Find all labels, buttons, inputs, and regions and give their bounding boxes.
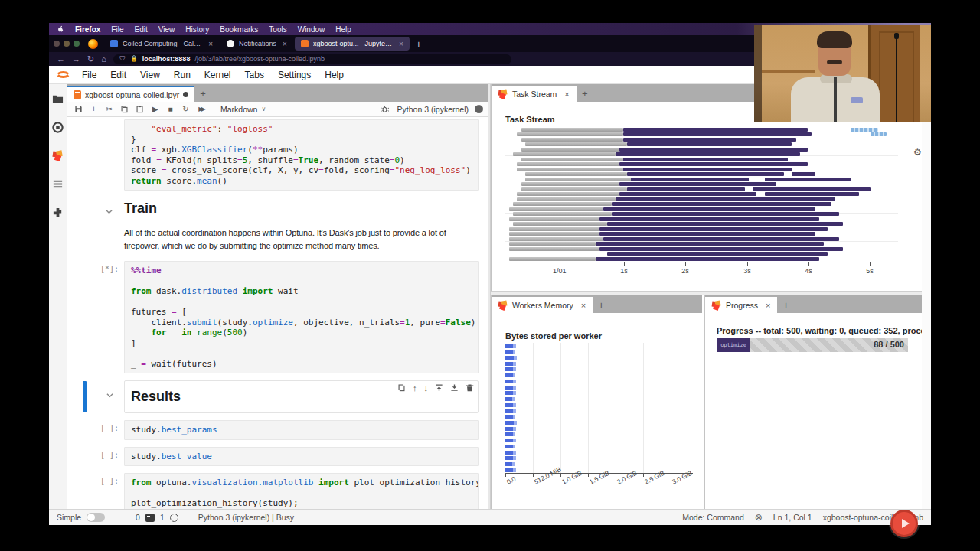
code-input-area[interactable]: study.best_params bbox=[124, 420, 479, 440]
macos-menu-item[interactable]: Firefox bbox=[75, 25, 100, 34]
browser-tab[interactable]: Notifications× bbox=[220, 37, 293, 51]
run-cell-button[interactable]: ▶ bbox=[149, 103, 162, 116]
table-of-contents-icon[interactable] bbox=[52, 178, 64, 190]
menu-kernel[interactable]: Kernel bbox=[198, 70, 238, 80]
debugger-icon[interactable] bbox=[378, 103, 391, 116]
code-input-area[interactable]: from optuna.visualization.matplotlib imp… bbox=[124, 473, 479, 509]
browser-tab[interactable]: xgboost-optu... - JupyterLab× bbox=[295, 37, 410, 51]
firefox-icon[interactable] bbox=[88, 39, 98, 49]
macos-menu-item[interactable]: Bookmarks bbox=[220, 25, 258, 34]
memory-bar bbox=[505, 362, 516, 366]
macos-menu-item[interactable]: Window bbox=[298, 25, 325, 34]
address-input[interactable]: 🛡 🔒 localhost:8888/job/3/lab/tree/xgboos… bbox=[113, 54, 511, 64]
new-launcher-button[interactable]: + bbox=[194, 86, 211, 102]
menu-run[interactable]: Run bbox=[167, 70, 198, 80]
reload-icon[interactable]: ↻ bbox=[87, 55, 94, 64]
copy-cells-button[interactable] bbox=[118, 103, 131, 116]
close-icon[interactable]: × bbox=[399, 40, 403, 48]
progress-tab[interactable]: Progress × bbox=[705, 297, 777, 313]
code-line: "eval_metric": "logloss" bbox=[131, 124, 472, 135]
extension-manager-icon[interactable] bbox=[52, 207, 64, 218]
code-input-area[interactable]: "eval_metric": "logloss"}clf = xgb.XGBCl… bbox=[124, 119, 479, 191]
menu-view[interactable]: View bbox=[133, 70, 167, 80]
macos-menu-item[interactable]: Tools bbox=[269, 25, 286, 34]
markdown-heading[interactable]: Train bbox=[124, 197, 479, 218]
zoom-window-button[interactable] bbox=[74, 41, 80, 47]
workers-memory-tab[interactable]: Workers Memory × bbox=[492, 297, 593, 313]
terminal-icon[interactable] bbox=[145, 514, 155, 522]
macos-menu-item[interactable]: File bbox=[111, 25, 123, 34]
close-icon[interactable]: × bbox=[766, 301, 770, 310]
kernel-name[interactable]: Python 3 (ipykernel) bbox=[397, 105, 469, 114]
gear-icon[interactable]: ⚙ bbox=[913, 147, 922, 158]
scrollbar-strip[interactable] bbox=[922, 84, 931, 509]
macos-menu-item[interactable]: Edit bbox=[134, 25, 147, 34]
menu-help[interactable]: Help bbox=[318, 70, 351, 80]
markdown-paragraph[interactable]: All of the actual coordination happens w… bbox=[124, 225, 479, 254]
minimize-window-button[interactable] bbox=[64, 41, 70, 47]
progress-bar-fill: optimize bbox=[717, 338, 750, 352]
kernel-status[interactable]: Python 3 (ipykernel) | Busy bbox=[198, 513, 294, 522]
cell-prompt: [ ]: bbox=[100, 424, 119, 432]
browser-tab[interactable]: Coiled Computing - Calendar× bbox=[104, 37, 219, 51]
close-icon[interactable]: × bbox=[564, 90, 569, 99]
insert-below-button[interactable] bbox=[450, 383, 459, 393]
selected-markdown-cell[interactable]: Results↑↓ bbox=[124, 380, 479, 413]
menu-file[interactable]: File bbox=[75, 70, 103, 80]
running-kernels-icon[interactable] bbox=[52, 122, 64, 133]
run-all-button[interactable]: ▶▶ bbox=[194, 103, 207, 116]
macos-menu-item[interactable]: View bbox=[158, 25, 175, 34]
duplicate-button[interactable] bbox=[397, 383, 406, 393]
close-icon[interactable]: × bbox=[208, 40, 213, 48]
cursor-position[interactable]: Ln 1, Col 1 bbox=[773, 513, 812, 522]
cut-cells-button[interactable]: ✂ bbox=[103, 103, 116, 116]
interrupt-kernel-button[interactable]: ■ bbox=[164, 103, 177, 116]
add-panel-button[interactable]: + bbox=[593, 297, 609, 313]
collapse-caret-icon[interactable] bbox=[106, 388, 113, 395]
code-line: plot_optimization_history(study); bbox=[131, 498, 472, 509]
home-icon[interactable]: ⌂ bbox=[101, 55, 106, 64]
video-play-overlay-icon[interactable] bbox=[890, 510, 918, 537]
add-panel-button[interactable]: + bbox=[577, 86, 593, 102]
menu-tabs[interactable]: Tabs bbox=[238, 70, 271, 80]
delete-button[interactable] bbox=[466, 383, 474, 393]
memory-bar bbox=[505, 373, 515, 377]
macos-menu-item[interactable]: History bbox=[185, 25, 209, 34]
paste-cells-button[interactable] bbox=[133, 103, 146, 116]
insert-cell-button[interactable]: + bbox=[87, 103, 100, 116]
close-icon[interactable]: × bbox=[283, 40, 287, 48]
collapse-caret-icon[interactable] bbox=[106, 204, 113, 211]
code-input-area[interactable]: %%time from dask.distributed import wait… bbox=[124, 261, 479, 373]
restart-kernel-button[interactable]: ↻ bbox=[179, 103, 192, 116]
add-panel-button[interactable]: + bbox=[777, 297, 794, 313]
task-bar-segment bbox=[525, 172, 627, 176]
kernel-sessions-icon[interactable] bbox=[170, 514, 178, 522]
task-row bbox=[505, 197, 898, 201]
file-browser-icon[interactable] bbox=[52, 93, 64, 105]
simple-mode-toggle[interactable] bbox=[87, 513, 105, 522]
macos-menu-item[interactable]: Help bbox=[335, 25, 351, 34]
command-mode-label[interactable]: Mode: Command bbox=[682, 513, 744, 522]
task-bar-segment bbox=[765, 178, 851, 181]
gridline bbox=[560, 343, 561, 473]
dask-sidebar-icon[interactable] bbox=[52, 150, 64, 161]
move-up-button[interactable]: ↑ bbox=[413, 384, 417, 393]
insert-above-button[interactable] bbox=[435, 383, 443, 393]
new-tab-button[interactable]: + bbox=[416, 38, 422, 50]
notebook-tab[interactable]: xgboost-optuna-coiled.ipyr bbox=[67, 86, 194, 102]
task-stream-tab[interactable]: Task Stream × bbox=[492, 86, 577, 102]
app-window: FirefoxFileEditViewHistoryBookmarksTools… bbox=[49, 23, 931, 525]
code-line: %%time bbox=[131, 266, 472, 276]
menu-settings[interactable]: Settings bbox=[271, 70, 318, 80]
code-input-area[interactable]: study.best_value bbox=[124, 447, 479, 467]
cell-type-dropdown[interactable]: Markdown ∨ bbox=[220, 105, 266, 114]
close-icon[interactable]: × bbox=[581, 301, 586, 310]
jupyterlab-sidebar bbox=[49, 84, 67, 509]
task-bar-segment bbox=[619, 148, 808, 152]
move-down-button[interactable]: ↓ bbox=[424, 384, 429, 393]
back-icon[interactable]: ← bbox=[57, 55, 65, 64]
menu-edit[interactable]: Edit bbox=[103, 70, 133, 80]
forward-icon[interactable]: → bbox=[72, 55, 80, 64]
close-window-button[interactable] bbox=[54, 41, 60, 47]
save-button[interactable] bbox=[72, 103, 85, 116]
